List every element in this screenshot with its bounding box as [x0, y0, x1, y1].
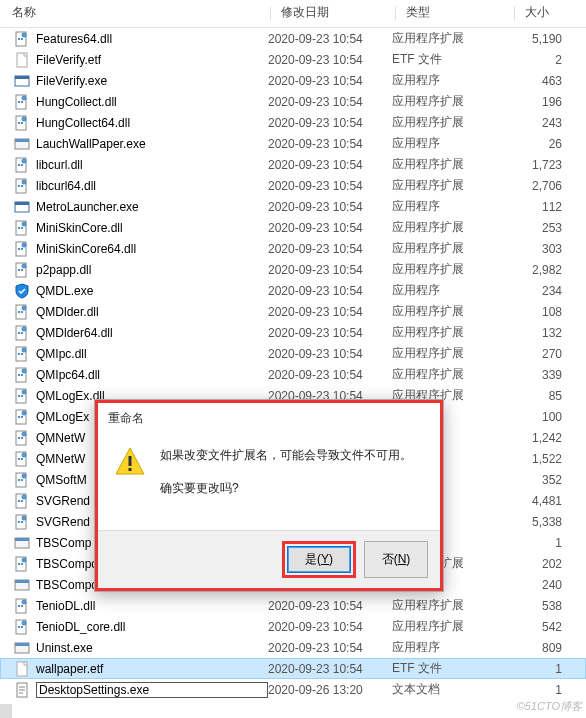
exe-generic-icon [14, 577, 30, 593]
svg-point-38 [22, 264, 26, 268]
svg-rect-53 [21, 374, 23, 376]
file-row[interactable]: libcurl64.dll2020-09-23 10:54应用程序扩展2,706 [0, 175, 586, 196]
file-size: 112 [510, 200, 562, 214]
dialog-button-bar: 是(Y) 否(N) [98, 530, 440, 588]
svg-rect-41 [21, 311, 23, 313]
file-date: 2020-09-23 10:54 [268, 641, 392, 655]
file-size: 1,723 [510, 158, 562, 172]
svg-rect-69 [21, 458, 23, 460]
file-type: 应用程序 [392, 198, 510, 215]
svg-rect-6 [15, 76, 29, 79]
dll-icon [14, 472, 30, 488]
file-list: Features64.dll2020-09-23 10:54应用程序扩展5,19… [0, 28, 586, 700]
svg-rect-84 [15, 538, 29, 541]
file-size: 100 [510, 410, 562, 424]
svg-point-62 [22, 411, 26, 415]
file-row[interactable]: TenioDL_core.dll2020-09-23 10:54应用程序扩展54… [0, 616, 586, 637]
column-header-type[interactable]: 类型 [396, 4, 514, 21]
file-row[interactable]: QMIpc64.dll2020-09-23 10:54应用程序扩展339 [0, 364, 586, 385]
file-row[interactable]: HungCollect.dll2020-09-23 10:54应用程序扩展196 [0, 91, 586, 112]
file-row[interactable]: Features64.dll2020-09-23 10:54应用程序扩展5,19… [0, 28, 586, 49]
svg-rect-45 [21, 332, 23, 334]
svg-rect-65 [21, 437, 23, 439]
column-header-size[interactable]: 大小 [515, 4, 575, 21]
file-row[interactable]: libcurl.dll2020-09-23 10:54应用程序扩展1,723 [0, 154, 586, 175]
file-row[interactable]: Uninst.exe2020-09-23 10:54应用程序809 [0, 637, 586, 658]
file-row[interactable]: MetroLauncher.exe2020-09-23 10:54应用程序112 [0, 196, 586, 217]
svg-point-14 [22, 117, 26, 121]
svg-point-50 [22, 348, 26, 352]
file-size: 240 [510, 578, 562, 592]
file-row[interactable]: FileVerify.etf2020-09-23 10:54ETF 文件2 [0, 49, 586, 70]
file-row[interactable]: HungCollect64.dll2020-09-23 10:54应用程序扩展2… [0, 112, 586, 133]
column-header-name[interactable]: 名称 [2, 4, 270, 21]
exe-icon [14, 73, 30, 89]
file-size: 1,242 [510, 431, 562, 445]
svg-rect-72 [18, 479, 20, 481]
file-row[interactable]: QMDL.exe2020-09-23 10:54应用程序234 [0, 280, 586, 301]
file-row[interactable]: TenioDL.dll2020-09-23 10:54应用程序扩展538 [0, 595, 586, 616]
file-name: TenioDL.dll [36, 599, 268, 613]
svg-rect-81 [21, 521, 23, 523]
no-button[interactable]: 否(N) [364, 541, 428, 578]
svg-rect-44 [18, 332, 20, 334]
file-row[interactable]: p2papp.dll2020-09-23 10:54应用程序扩展2,982 [0, 259, 586, 280]
svg-rect-52 [18, 374, 20, 376]
file-size: 809 [510, 641, 562, 655]
file-row[interactable]: DesktopSettings.exe2020-09-26 13:20文本文档1 [0, 679, 586, 700]
svg-rect-8 [18, 101, 20, 103]
file-name: libcurl64.dll [36, 179, 268, 193]
svg-rect-9 [21, 101, 23, 103]
svg-point-58 [22, 390, 26, 394]
dll-icon [14, 304, 30, 320]
file-row[interactable]: LauchWallPaper.exe2020-09-23 10:54应用程序26 [0, 133, 586, 154]
file-name: QMIpc64.dll [36, 368, 268, 382]
file-size: 2 [510, 53, 562, 67]
dll-icon [14, 388, 30, 404]
dll-icon [14, 619, 30, 635]
dll-icon [14, 451, 30, 467]
svg-rect-77 [21, 500, 23, 502]
file-date: 2020-09-23 10:54 [268, 200, 392, 214]
dll-icon [14, 556, 30, 572]
dll-icon [14, 94, 30, 110]
file-size: 270 [510, 347, 562, 361]
exe-generic-icon [14, 535, 30, 551]
svg-rect-49 [21, 353, 23, 355]
exe-icon [14, 199, 30, 215]
file-name: QMIpc.dll [36, 347, 268, 361]
file-name: LauchWallPaper.exe [36, 137, 268, 151]
svg-rect-1 [18, 38, 20, 40]
file-size: 196 [510, 95, 562, 109]
watermark: ©51CTO博客 [517, 699, 582, 714]
file-date: 2020-09-23 10:54 [268, 116, 392, 130]
svg-rect-2 [21, 38, 23, 40]
svg-rect-61 [21, 416, 23, 418]
file-date: 2020-09-23 10:54 [268, 662, 392, 676]
file-row[interactable]: MiniSkinCore64.dll2020-09-23 10:54应用程序扩展… [0, 238, 586, 259]
dll-icon [14, 493, 30, 509]
file-date: 2020-09-23 10:54 [268, 620, 392, 634]
file-row[interactable]: QMDlder.dll2020-09-23 10:54应用程序扩展108 [0, 301, 586, 322]
dll-icon [14, 514, 30, 530]
file-row[interactable]: MiniSkinCore.dll2020-09-23 10:54应用程序扩展25… [0, 217, 586, 238]
file-row[interactable]: FileVerify.exe2020-09-23 10:54应用程序463 [0, 70, 586, 91]
svg-point-74 [22, 474, 26, 478]
file-size: 303 [510, 242, 562, 256]
yes-button[interactable]: 是(Y) [287, 546, 351, 573]
svg-rect-96 [18, 626, 20, 628]
file-size: 463 [510, 74, 562, 88]
svg-rect-90 [15, 580, 29, 583]
file-date: 2020-09-23 10:54 [268, 95, 392, 109]
file-type: 应用程序扩展 [392, 261, 510, 278]
column-header-date[interactable]: 修改日期 [271, 4, 395, 21]
file-row[interactable]: QMDlder64.dll2020-09-23 10:54应用程序扩展132 [0, 322, 586, 343]
svg-rect-68 [18, 458, 20, 460]
svg-rect-92 [18, 605, 20, 607]
file-name: MiniSkinCore64.dll [36, 242, 268, 256]
svg-rect-87 [21, 563, 23, 565]
dll-icon [14, 157, 30, 173]
horizontal-scrollbar[interactable] [0, 704, 12, 718]
file-row[interactable]: wallpaper.etf2020-09-23 10:54ETF 文件1 [0, 658, 586, 679]
file-row[interactable]: QMIpc.dll2020-09-23 10:54应用程序扩展270 [0, 343, 586, 364]
